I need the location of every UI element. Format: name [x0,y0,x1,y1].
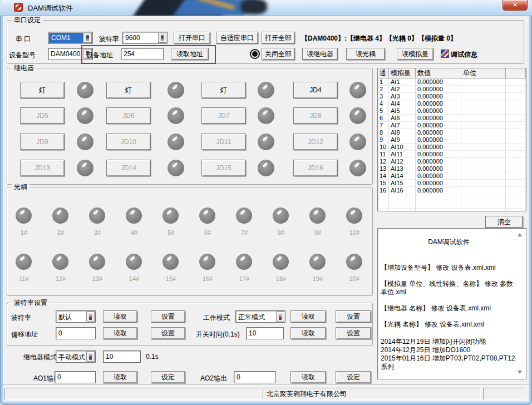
relay-button[interactable]: 灯 [106,82,151,98]
debug-info-label[interactable]: 调试信息 [451,50,477,60]
combo-drop-icon[interactable] [86,352,95,362]
work-mode-set-button[interactable]: 设置 [336,310,371,323]
ao2-input[interactable] [234,371,276,383]
table-cell: 0.000000 [416,172,461,180]
table-row [378,201,526,209]
opto-label: 8# [269,229,293,236]
table-cell [461,187,506,194]
opto-indicator [273,254,289,270]
relay-indicator [77,107,93,124]
table-cell: 0.000000 [416,165,461,172]
status-panel-right [483,388,525,400]
baud-value: 9600 [123,32,157,43]
table-cell: 6 [378,115,389,122]
combo-drop-icon[interactable] [86,312,95,322]
table-cell [506,194,526,201]
table-cell: AI1 [389,78,416,86]
read-addr-button[interactable]: 读取地址 [171,48,209,60]
work-mode-combobox[interactable]: 正常模式 [235,310,285,323]
ao2-set-button[interactable]: 设定 [336,371,371,383]
table-cell [461,165,506,172]
table-cell [461,172,506,180]
relay-button: JD11 [201,134,246,150]
relay-indicator [258,82,274,98]
open-serial-button[interactable]: 打开串口 [174,32,210,44]
combo-drop-icon[interactable] [83,33,92,43]
combo-drop-icon[interactable] [276,312,284,322]
table-cell: AI2 [389,86,416,93]
baud-combobox[interactable]: 9600 [122,32,168,44]
table-row: 10AI100.000000 [378,144,526,151]
scroll-up-icon[interactable] [518,233,522,236]
switch-time-read-button[interactable]: 读取 [290,327,326,339]
port-combobox[interactable]: COM1 [48,32,93,44]
relay-button[interactable]: JD4 [293,82,338,98]
table-cell: 4 [378,100,389,107]
table-cell: 0.000000 [416,122,461,129]
title-bar [0,0,532,16]
opto-indicator [309,254,326,270]
read-analog-button[interactable]: 读模拟量 [397,48,434,60]
relay-indicator [349,107,366,124]
table-cell [506,100,526,107]
scroll-down-icon[interactable] [518,371,522,374]
work-mode-value: 正常模式 [236,311,275,322]
relay-time-input[interactable] [103,350,141,363]
table-cell [461,93,506,100]
table-cell [416,201,461,209]
read-opto-button[interactable]: 读光耦 [346,48,385,60]
ao1-set-button[interactable]: 设定 [151,371,185,383]
info-line: 【光耦 名称】 修改 设备表.xml.xml [381,320,517,329]
offset-set-button[interactable]: 设置 [151,327,185,339]
relay-button: JD14 [106,160,151,176]
addr-input[interactable] [121,48,164,60]
close-all-button[interactable]: 关闭全部 [262,48,295,60]
table-row: 4AI40.000000 [378,100,526,107]
opto-indicator [89,208,105,224]
relay-mode-combobox[interactable]: 手动模式 [56,350,96,363]
opto-label: 4# [122,229,146,236]
table-cell [506,165,526,172]
opto-indicator [52,208,68,224]
col-header[interactable]: 单位 [461,68,506,78]
table-cell: AI14 [389,172,416,180]
col-header[interactable]: 数值 [416,68,461,78]
table-cell: 5 [378,107,389,115]
offset-read-button[interactable]: 读取 [103,327,137,339]
close-button[interactable]: × [503,0,528,11]
opto-indicator [309,208,326,224]
table-cell: AI12 [389,158,416,165]
work-mode-read-button[interactable]: 读取 [290,310,326,323]
opto-indicator [199,208,215,224]
col-header[interactable]: 通 [378,68,389,78]
offset-input[interactable] [56,327,96,339]
switch-time-set-button[interactable]: 设置 [336,327,371,339]
switch-time-input[interactable] [246,327,284,339]
ao1-input[interactable] [55,371,96,383]
relay-button[interactable]: 灯 [201,82,246,98]
opto-label: 9# [306,229,329,236]
read-relay-button[interactable]: 读继电器 [302,48,338,60]
ao2-read-button[interactable]: 读取 [290,371,326,383]
clear-button[interactable]: 清空 [485,216,523,228]
relay-button[interactable]: 灯 [20,82,65,98]
baud-read-button[interactable]: 读取 [103,310,137,323]
open-all-button[interactable]: 打开全部 [262,32,295,44]
ao1-read-button[interactable]: 读取 [103,371,137,383]
table-cell: 1 [378,78,389,86]
col-header[interactable]: 模拟量 [389,68,416,78]
table-row: 13AI130.000000 [378,165,526,172]
baud-set-button[interactable]: 设置 [151,310,185,323]
table-cell: 9 [378,136,389,144]
table-cell [506,122,526,129]
relay-button: JD12 [293,134,338,150]
adaptive-serial-button[interactable]: 自适应串口 [216,32,258,44]
serial-group-label: 串口设定 [12,16,43,24]
status-indicator [250,49,260,59]
table-row: 15AI150.000000 [378,180,526,187]
model-value: DAM0400 [48,48,83,60]
table-header-row: 通 模拟量 数值 单位 [378,68,526,78]
combo-drop-icon[interactable] [158,33,166,43]
baud-set-combobox[interactable]: 默认 [56,310,96,323]
table-cell [461,78,506,86]
